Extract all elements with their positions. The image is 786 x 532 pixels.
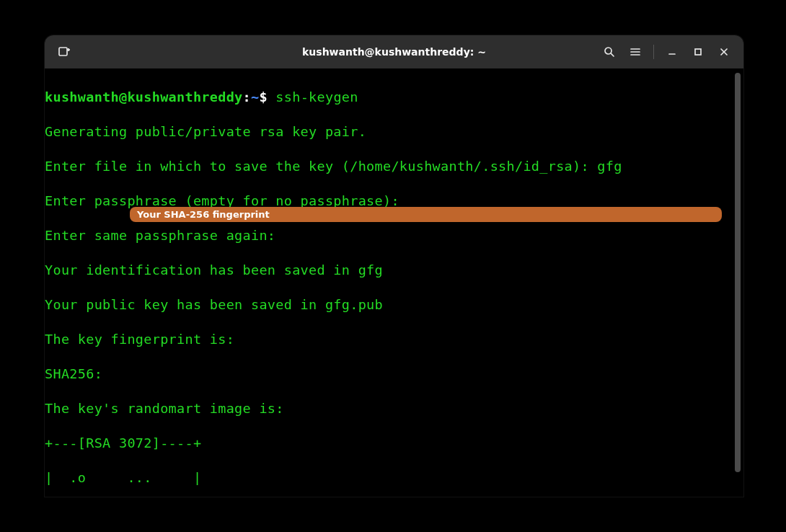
scrollbar[interactable] <box>735 73 741 472</box>
fingerprint-redaction: Your SHA-256 fingerprint <box>130 207 722 222</box>
minimize-button[interactable] <box>660 40 684 64</box>
randomart-line: +---[RSA 3072]----+ <box>45 435 733 452</box>
randomart-line: | .o ... | <box>45 469 733 487</box>
new-tab-button[interactable] <box>52 40 76 64</box>
separator <box>653 45 654 59</box>
svg-rect-9 <box>695 49 701 55</box>
output-line-sha: SHA256: <box>45 365 733 383</box>
terminal-output: kushwanth@kushwanthreddy:~$ ssh-keygen G… <box>45 71 733 497</box>
output-line: The key's randomart image is: <box>45 400 733 417</box>
output-line: Generating public/private rsa key pair. <box>45 123 733 141</box>
hamburger-menu-icon[interactable] <box>623 40 648 64</box>
close-button[interactable] <box>712 40 736 64</box>
svg-rect-0 <box>59 48 67 56</box>
prompt-cwd: ~ <box>251 89 259 105</box>
search-icon[interactable] <box>597 40 622 64</box>
output-line: Your public key has been saved in gfg.pu… <box>45 296 733 314</box>
prompt-userhost: kushwanth@kushwanthreddy <box>45 89 243 105</box>
output-line: Your identification has been saved in gf… <box>45 262 733 279</box>
prompt-symbol: $ <box>259 89 267 105</box>
svg-line-4 <box>611 53 614 56</box>
output-line: Enter file in which to save the key (/ho… <box>45 158 733 175</box>
prompt-colon: : <box>243 89 251 105</box>
output-line: Enter same passphrase again: <box>45 227 733 244</box>
redaction-label: Your SHA-256 fingerprint <box>137 209 270 220</box>
titlebar: kushwanth@kushwanthreddy: ~ <box>45 35 743 68</box>
terminal-window: kushwanth@kushwanthreddy: ~ <box>45 35 743 497</box>
command-text: ssh-keygen <box>275 89 358 105</box>
maximize-button[interactable] <box>686 40 710 64</box>
output-line: The key fingerprint is: <box>45 331 733 348</box>
terminal-body[interactable]: kushwanth@kushwanthreddy:~$ ssh-keygen G… <box>45 68 743 497</box>
